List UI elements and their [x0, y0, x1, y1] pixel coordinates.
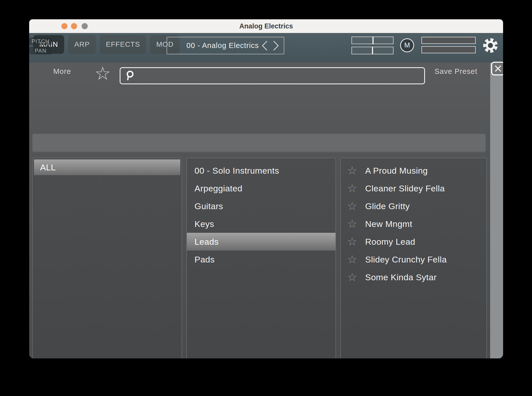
- save-preset-button[interactable]: Save Preset: [435, 67, 477, 76]
- search-input[interactable]: [135, 72, 424, 80]
- preset-name: Roomy Lead: [365, 237, 415, 247]
- favorite-star-icon[interactable]: ☆: [346, 271, 358, 283]
- preset-item[interactable]: ☆ Cleaner Slidey Fella: [341, 179, 486, 197]
- pan-label: PAN: [29, 47, 52, 55]
- plugin-header: MAIN ARP EFFECTS MOD 00 - Analog Electri…: [29, 33, 503, 63]
- mono-button[interactable]: M: [400, 38, 414, 52]
- preset-item[interactable]: ☆ New Mngmt: [341, 215, 486, 233]
- preset-item[interactable]: ☆ Roomy Lead: [341, 233, 486, 251]
- preset-item[interactable]: ☆ A Proud Musing: [341, 162, 486, 179]
- preset-selector-value: 00 - Analog Electrics: [167, 41, 260, 50]
- preset-name: Cleaner Slidey Fella: [365, 184, 445, 193]
- plugin-window: Analog Electrics MAIN ARP EFFECTS MOD 00…: [29, 19, 503, 358]
- star-icon[interactable]: ☆: [95, 64, 111, 82]
- pitch-slider[interactable]: [351, 37, 394, 44]
- preset-selector[interactable]: 00 - Analog Electrics: [167, 37, 284, 54]
- preset-name: A Proud Musing: [365, 166, 428, 176]
- categories-panel: 00 - Solo Instruments Arpeggiated Guitar…: [186, 158, 336, 358]
- preset-name: Slidey Crunchy Fella: [365, 255, 447, 265]
- category-item[interactable]: 00 - Solo Instruments: [187, 162, 335, 179]
- category-item[interactable]: Arpeggiated: [187, 179, 335, 197]
- favorite-star-icon[interactable]: ☆: [346, 200, 358, 212]
- search-icon: [125, 70, 135, 81]
- preset-item[interactable]: ☆ Some Kinda Sytar: [341, 268, 486, 286]
- tab-bar: MAIN ARP EFFECTS MOD: [33, 35, 180, 54]
- pan-slider[interactable]: [351, 47, 394, 54]
- favorite-star-icon[interactable]: ☆: [346, 165, 358, 176]
- tab-arp[interactable]: ARP: [68, 35, 96, 54]
- close-icon[interactable]: [491, 62, 503, 75]
- category-item[interactable]: Keys: [187, 215, 335, 233]
- presets-panel: ☆ A Proud Musing ☆ Cleaner Slidey Fella …: [340, 158, 487, 358]
- favorite-star-icon[interactable]: ☆: [346, 254, 358, 265]
- preset-name: New Mngmt: [365, 219, 412, 229]
- window-title: Analog Electrics: [29, 19, 503, 33]
- pitch-label: PITCH: [29, 37, 52, 45]
- preset-browser: More ☆ Save Preset ALL 00 - Solo Instrum…: [29, 63, 503, 358]
- meter-bottom: [421, 46, 476, 53]
- category-item-selected[interactable]: Leads: [187, 233, 335, 251]
- favorite-star-icon[interactable]: ☆: [346, 236, 358, 248]
- pan-slider-handle[interactable]: [372, 47, 373, 54]
- bank-item-all[interactable]: ALL: [34, 159, 180, 175]
- chevron-right-icon[interactable]: [272, 40, 280, 52]
- favorite-star-icon[interactable]: ☆: [346, 218, 358, 230]
- titlebar: Analog Electrics: [29, 19, 503, 33]
- filter-strip: [32, 134, 486, 153]
- category-item[interactable]: Guitars: [187, 197, 335, 215]
- preset-name: Glide Gritty: [365, 201, 410, 211]
- search-box[interactable]: [120, 67, 425, 84]
- tab-effects[interactable]: EFFECTS: [100, 35, 146, 54]
- preset-item[interactable]: ☆ Slidey Crunchy Fella: [341, 251, 486, 268]
- favorite-star-icon[interactable]: ☆: [346, 183, 358, 194]
- meter-top: [421, 37, 476, 44]
- scrollbar-strip[interactable]: [490, 63, 503, 358]
- output-meters: [421, 37, 476, 53]
- more-button[interactable]: More: [53, 67, 71, 76]
- pitch-slider-handle[interactable]: [373, 37, 374, 44]
- preset-item[interactable]: ☆ Glide Gritty: [341, 197, 486, 215]
- chevron-left-icon[interactable]: [260, 40, 269, 52]
- gear-icon[interactable]: [483, 38, 498, 53]
- banks-panel: ALL: [32, 158, 182, 358]
- category-item[interactable]: Pads: [187, 251, 335, 268]
- preset-name: Some Kinda Sytar: [365, 272, 437, 282]
